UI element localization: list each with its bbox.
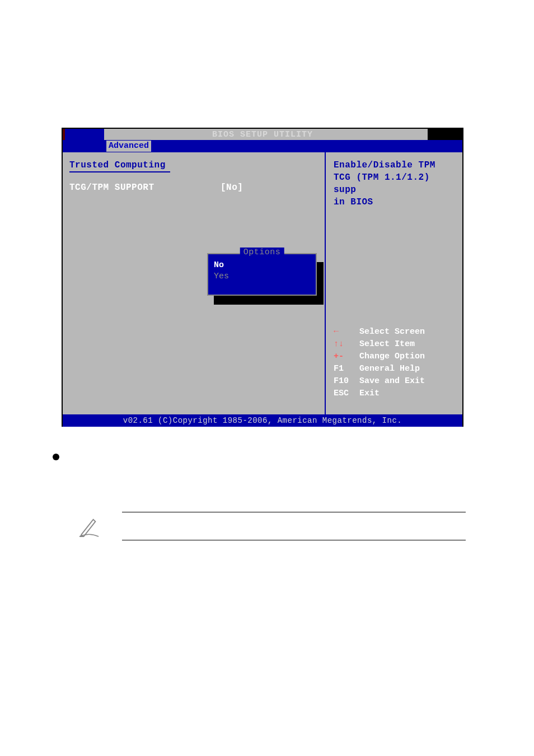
app-title: BIOS SETUP UTILITY xyxy=(212,130,313,139)
nav-key-arrow-left-icon: ← xyxy=(334,326,359,338)
section-title: Trusted Computing xyxy=(69,160,318,170)
divider-line xyxy=(122,512,466,512)
nav-desc: General Help xyxy=(359,363,420,375)
help-line-2: TCG (TPM 1.1/1.2) supp xyxy=(334,171,457,196)
nav-help: ← Select Screen ↑↓ Select Item +- Change… xyxy=(334,326,425,400)
nav-exit: ESC Exit xyxy=(334,388,425,400)
nav-key-arrows-updown-icon: ↑↓ xyxy=(334,338,359,351)
nav-change-option: +- Change Option xyxy=(334,351,425,363)
menubar: Advanced xyxy=(63,140,462,152)
setting-label: TCG/TPM SUPPORT xyxy=(69,183,221,193)
divider-line xyxy=(122,540,466,540)
nav-desc: Save and Exit xyxy=(359,375,425,388)
nav-key-esc: ESC xyxy=(334,388,359,400)
options-popup: Options No Yes xyxy=(207,253,317,296)
footer: v02.61 (C)Copyright 1985-2006, American … xyxy=(63,414,462,427)
nav-save-exit: F10 Save and Exit xyxy=(334,375,425,388)
footer-text: v02.61 (C)Copyright 1985-2006, American … xyxy=(123,416,402,425)
setting-tcg-tpm-support[interactable]: TCG/TPM SUPPORT [No] xyxy=(69,183,318,193)
nav-key-plusminus-icon: +- xyxy=(334,351,359,363)
nav-desc: Select Item xyxy=(359,338,415,351)
titlebar-right-block xyxy=(428,129,462,140)
help-line-3: in BIOS xyxy=(334,196,457,208)
help-pane: Enable/Disable TPM TCG (TPM 1.1/1.2) sup… xyxy=(326,152,462,414)
nav-desc: Select Screen xyxy=(359,326,425,338)
option-no[interactable]: No xyxy=(214,260,310,271)
nav-desc: Change Option xyxy=(359,351,425,363)
nav-desc: Exit xyxy=(359,388,380,400)
options-popup-title: Options xyxy=(240,248,284,257)
titlebar-left-block xyxy=(63,129,104,140)
help-text: Enable/Disable TPM TCG (TPM 1.1/1.2) sup… xyxy=(334,159,457,208)
titlebar: BIOS SETUP UTILITY xyxy=(63,129,462,140)
nav-select-screen: ← Select Screen xyxy=(334,326,425,338)
tab-advanced[interactable]: Advanced xyxy=(106,141,151,152)
nav-select-item: ↑↓ Select Item xyxy=(334,338,425,351)
nav-key-f10: F10 xyxy=(334,375,359,388)
bios-window: BIOS SETUP UTILITY Advanced Trusted Comp… xyxy=(62,128,463,427)
option-yes[interactable]: Yes xyxy=(214,271,310,282)
nav-general-help: F1 General Help xyxy=(334,363,425,375)
help-line-1: Enable/Disable TPM xyxy=(334,159,457,171)
options-list: No Yes xyxy=(208,254,316,286)
section-underline xyxy=(69,171,170,172)
bullet-icon xyxy=(53,454,59,460)
nav-key-f1: F1 xyxy=(334,363,359,375)
body-area: Trusted Computing TCG/TPM SUPPORT [No] O… xyxy=(63,152,462,414)
setting-value: [No] xyxy=(221,183,243,193)
note-pen-icon xyxy=(78,514,100,538)
main-pane: Trusted Computing TCG/TPM SUPPORT [No] O… xyxy=(63,152,326,414)
